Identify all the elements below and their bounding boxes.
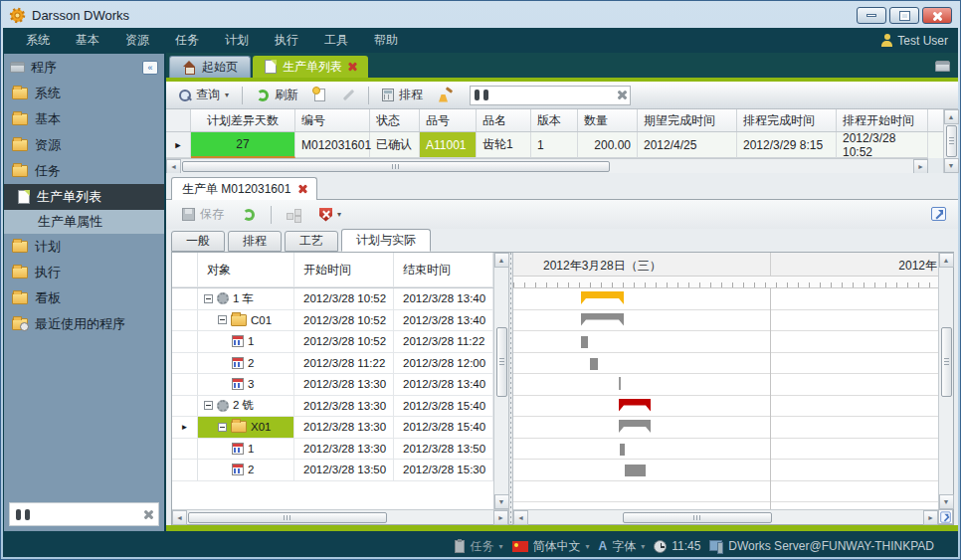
- start-time-cell[interactable]: 2012/3/28 11:22: [294, 353, 394, 375]
- table-header-0[interactable]: 对象: [198, 253, 294, 287]
- refresh-button[interactable]: 刷新: [250, 84, 304, 106]
- scroll-right-icon[interactable]: ►: [493, 510, 508, 525]
- gantt-hscrollbar[interactable]: ◄ ►: [513, 509, 938, 524]
- sidebar-search-input[interactable]: [9, 502, 159, 526]
- tree-cell[interactable]: X01: [198, 417, 294, 439]
- sidebar-item-7[interactable]: 执行: [4, 260, 164, 285]
- status-task-menu[interactable]: 任务 ▾: [455, 538, 502, 555]
- gantt-bar-2[interactable]: [581, 336, 588, 348]
- end-time-cell[interactable]: 2012/3/28 13:40: [394, 310, 493, 332]
- start-time-cell[interactable]: 2012/3/28 10:52: [294, 331, 394, 353]
- grid-hscrollbar[interactable]: ◄ ►: [166, 158, 928, 173]
- schedule-button[interactable]: 排程: [376, 84, 429, 106]
- detail-document-tab[interactable]: 生产单 M012031601: [171, 177, 317, 200]
- end-time-cell[interactable]: 2012/3/28 12:00: [394, 353, 493, 375]
- menu-item-5[interactable]: 执行: [262, 28, 311, 53]
- start-time-cell[interactable]: 2012/3/28 13:30: [294, 396, 394, 418]
- end-time-cell[interactable]: 2012/3/28 15:40: [394, 396, 493, 418]
- end-time-cell[interactable]: 2012/3/28 13:50: [394, 439, 493, 461]
- user-badge[interactable]: Test User: [881, 34, 948, 48]
- sidebar-item-1[interactable]: 基本: [4, 106, 164, 132]
- gantt-bar-8[interactable]: [625, 465, 646, 476]
- gantt-bar-4[interactable]: [619, 377, 621, 390]
- menu-item-2[interactable]: 资源: [112, 28, 162, 53]
- scroll-up-icon[interactable]: ▲: [939, 253, 954, 268]
- window-list-icon[interactable]: [935, 61, 950, 72]
- menu-item-3[interactable]: 任务: [162, 28, 212, 53]
- detail-tab-close-icon[interactable]: [298, 185, 306, 193]
- grid-header-1[interactable]: 编号: [295, 109, 370, 131]
- start-time-cell[interactable]: 2012/3/28 13:30: [294, 374, 394, 396]
- grid-cell-1[interactable]: M012031601: [295, 132, 370, 158]
- clear-search-icon[interactable]: [143, 510, 152, 519]
- table-row-1[interactable]: C012012/3/28 10:522012/3/28 13:40: [172, 310, 493, 332]
- table-row-6[interactable]: ►X012012/3/28 13:302012/3/28 15:40: [172, 417, 493, 439]
- minimize-button[interactable]: [857, 7, 886, 24]
- table-row-3[interactable]: 22012/3/28 11:222012/3/28 12:00: [172, 353, 493, 375]
- menu-item-1[interactable]: 基本: [63, 28, 112, 53]
- table-row-2[interactable]: 12012/3/28 10:522012/3/28 11:22: [172, 331, 493, 353]
- grid-header-2[interactable]: 状态: [370, 109, 420, 131]
- scroll-right-icon[interactable]: ►: [913, 159, 928, 174]
- detail-tab-2[interactable]: 工艺: [285, 231, 338, 252]
- scroll-down-icon[interactable]: ▼: [939, 494, 954, 509]
- tree-cell[interactable]: 3: [198, 374, 294, 396]
- gantt-expand-button[interactable]: [938, 509, 953, 524]
- close-button[interactable]: [922, 7, 952, 24]
- grid-header-6[interactable]: 数量: [578, 109, 638, 131]
- new-button[interactable]: [308, 86, 331, 104]
- tree-cell[interactable]: 2: [198, 460, 294, 481]
- grid-data-row[interactable]: ►27M012031601已确认A11001齿轮11200.002012/4/2…: [166, 132, 943, 158]
- sidebar-item-2[interactable]: 资源: [4, 132, 164, 158]
- clean-button[interactable]: [433, 86, 460, 105]
- scroll-thumb[interactable]: [182, 161, 610, 172]
- end-time-cell[interactable]: 2012/3/28 13:40: [394, 288, 493, 310]
- table-hscrollbar[interactable]: ◄ ►: [172, 509, 508, 524]
- menu-item-0[interactable]: 系统: [13, 28, 63, 53]
- sidebar-item-4[interactable]: 生产单列表: [4, 184, 164, 210]
- sidebar-item-6[interactable]: 计划: [4, 234, 164, 260]
- tree-cell[interactable]: 1 车: [198, 288, 294, 310]
- sidebar-item-0[interactable]: 系统: [4, 81, 164, 106]
- end-time-cell[interactable]: 2012/3/28 13:40: [394, 374, 493, 396]
- gantt-bar-7[interactable]: [620, 444, 625, 456]
- menu-item-7[interactable]: 帮助: [361, 28, 411, 53]
- start-time-cell[interactable]: 2012/3/28 13:30: [294, 417, 394, 439]
- table-row-5[interactable]: 2 铣2012/3/28 13:302012/3/28 15:40: [172, 396, 493, 418]
- security-button[interactable]: ▾: [313, 205, 347, 225]
- grid-header-9[interactable]: 排程开始时间: [837, 109, 928, 131]
- end-time-cell[interactable]: 2012/3/28 11:22: [394, 331, 493, 353]
- sidebar-item-5[interactable]: 生产单属性: [4, 210, 164, 234]
- grid-cell-4[interactable]: 齿轮1: [477, 132, 531, 158]
- grid-cell-0[interactable]: 27: [191, 132, 295, 158]
- end-time-cell[interactable]: 2012/3/28 15:40: [394, 417, 493, 439]
- start-time-cell[interactable]: 2012/3/28 13:30: [294, 439, 394, 461]
- scroll-down-icon[interactable]: ▼: [494, 494, 509, 509]
- table-header-2[interactable]: 结束时间: [394, 253, 493, 287]
- gantt-vscrollbar[interactable]: ▲ ▼: [938, 253, 953, 509]
- open-external-button[interactable]: [931, 207, 946, 225]
- grid-cell-9[interactable]: 2012/3/28 10:52: [837, 132, 928, 158]
- scroll-left-icon[interactable]: ◄: [172, 510, 187, 525]
- tree-cell[interactable]: 1: [198, 439, 294, 461]
- clear-search-icon[interactable]: [617, 91, 626, 99]
- edit-button[interactable]: [335, 86, 361, 105]
- tree-cell[interactable]: 2: [198, 353, 294, 375]
- tree-expand-icon[interactable]: [218, 315, 227, 324]
- scroll-thumb[interactable]: [946, 125, 957, 157]
- scroll-thumb[interactable]: [941, 327, 952, 397]
- tree-expand-icon[interactable]: [218, 423, 227, 432]
- scroll-thumb[interactable]: [496, 327, 507, 397]
- grid-header-0[interactable]: 计划差异天数: [191, 109, 295, 131]
- sidebar-item-9[interactable]: 最近使用的程序: [4, 311, 164, 337]
- tree-cell[interactable]: 1: [198, 331, 294, 353]
- start-time-cell[interactable]: 2012/3/28 13:50: [294, 460, 394, 481]
- detail-tab-3[interactable]: 计划与实际: [341, 229, 431, 252]
- grid-search-input[interactable]: [470, 86, 631, 105]
- tree-cell[interactable]: C01: [198, 310, 294, 332]
- detail-tab-0[interactable]: 一般: [171, 231, 225, 252]
- grid-vscrollbar[interactable]: ▲ ▼: [943, 109, 958, 173]
- grid-cell-5[interactable]: 1: [531, 132, 578, 158]
- table-header-1[interactable]: 开始时间: [294, 253, 394, 287]
- grid-header-7[interactable]: 期望完成时间: [638, 109, 737, 131]
